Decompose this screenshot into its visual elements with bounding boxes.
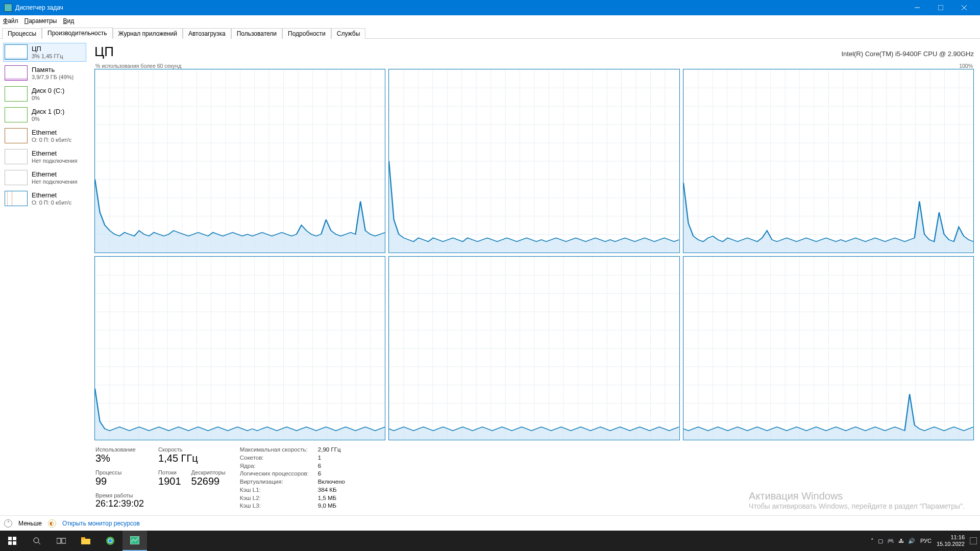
svg-rect-11 <box>62 538 66 543</box>
open-resource-monitor-link[interactable]: Открыть монитор ресурсов <box>62 520 140 527</box>
svg-rect-10 <box>57 538 61 543</box>
taskbar[interactable]: ˄ ▢ 🎮 🖧 🔊 РУС 11:16 15.10.2022 <box>0 531 980 551</box>
sidebar-item-7[interactable]: EthernetО: 0 П: 0 кбит/с <box>3 189 86 208</box>
tray-icons[interactable]: ˄ ▢ 🎮 🖧 🔊 <box>871 538 915 544</box>
sidebar-thumb <box>5 149 28 164</box>
detail-value: 6 <box>318 470 345 477</box>
start-button[interactable] <box>0 531 24 551</box>
speed-label: Скорость <box>158 446 226 453</box>
search-button[interactable] <box>24 531 49 551</box>
cpu-chart-0 <box>94 69 385 253</box>
svg-rect-12 <box>81 539 90 544</box>
sidebar-item-5[interactable]: EthernetНет подключения <box>3 147 86 166</box>
detail-key: Ядра: <box>240 463 309 469</box>
uptime-label: Время работы <box>95 492 144 498</box>
svg-rect-7 <box>13 541 16 545</box>
maximize-button[interactable] <box>929 0 952 15</box>
cpu-model: Intel(R) Core(TM) i5-9400F CPU @ 2.90GHz <box>841 50 974 58</box>
close-button[interactable] <box>952 0 976 15</box>
resmon-icon[interactable]: ◐ <box>48 519 56 528</box>
minimize-button[interactable] <box>905 0 929 15</box>
tray-language[interactable]: РУС <box>920 538 932 544</box>
cpu-chart-5 <box>683 256 974 440</box>
detail-key: Максимальная скорость: <box>240 446 309 453</box>
cpu-chart-2 <box>683 69 974 253</box>
detail-key: Кэш L1: <box>240 487 309 493</box>
tab-3[interactable]: Автозагрузка <box>183 28 231 39</box>
sidebar-item-title: Память <box>32 66 74 74</box>
titlebar[interactable]: Диспетчер задач <box>0 0 980 15</box>
sidebar-thumb <box>5 191 28 206</box>
sidebar-item-sub: 3,9/7,9 ГБ (49%) <box>32 74 74 81</box>
detail-value: 1 <box>318 455 345 461</box>
chart-axis-label: % использования более 60 секунд <box>95 63 181 69</box>
cpu-chart-4 <box>388 256 679 440</box>
handles-label: Дескрипторы <box>191 469 226 475</box>
sidebar: ЦП3% 1,45 ГГцПамять3,9/7,9 ГБ (49%)Диск … <box>0 39 89 515</box>
tray-discord-icon[interactable]: 🎮 <box>887 538 894 544</box>
tab-5[interactable]: Подробности <box>282 28 331 39</box>
menu-view[interactable]: Вид <box>63 17 74 24</box>
taskbar-explorer[interactable] <box>74 531 98 551</box>
sidebar-thumb <box>5 65 28 81</box>
svg-rect-5 <box>13 537 16 540</box>
menubar: Файл Параметры Вид <box>0 15 980 27</box>
detail-value: 6 <box>318 463 345 469</box>
activation-watermark: Активация Windows Чтобы активировать Win… <box>749 490 965 510</box>
tab-0[interactable]: Процессы <box>2 28 42 39</box>
tray-volume-icon[interactable]: 🔊 <box>908 538 915 544</box>
sidebar-item-2[interactable]: Диск 0 (C:)0% <box>3 85 86 104</box>
sidebar-item-title: Ethernet <box>32 149 77 158</box>
cpu-details-table: Максимальная скорость:2,90 ГГцСокетов:1Я… <box>240 446 345 509</box>
tray-chevron-icon[interactable]: ˄ <box>871 538 874 544</box>
detail-key: Кэш L3: <box>240 503 309 509</box>
sidebar-item-1[interactable]: Память3,9/7,9 ГБ (49%) <box>3 64 86 83</box>
usage-value: 3% <box>95 453 144 464</box>
sidebar-item-sub: Нет подключения <box>32 179 77 186</box>
sidebar-item-4[interactable]: EthernetО: 0 П: 0 кбит/с <box>3 127 86 145</box>
sidebar-thumb <box>5 170 28 185</box>
svg-rect-4 <box>8 537 12 540</box>
sidebar-item-title: Диск 0 (C:) <box>32 87 64 95</box>
taskbar-taskmgr[interactable] <box>122 531 147 551</box>
taskbar-chrome[interactable] <box>98 531 122 551</box>
tab-4[interactable]: Пользователи <box>231 28 282 39</box>
cpu-chart-1 <box>388 69 679 253</box>
fewer-details-icon[interactable]: ˄ <box>4 519 12 528</box>
sidebar-item-sub: 3% 1,45 ГГц <box>32 53 63 60</box>
sidebar-item-3[interactable]: Диск 1 (D:)0% <box>3 106 86 124</box>
sidebar-item-title: ЦП <box>32 45 63 53</box>
svg-rect-17 <box>130 536 139 544</box>
sidebar-item-6[interactable]: EthernetНет подключения <box>3 168 86 187</box>
tab-6[interactable]: Службы <box>331 28 365 39</box>
detail-key: Сокетов: <box>240 455 309 461</box>
action-center-icon[interactable] <box>970 537 977 544</box>
svg-rect-13 <box>81 537 85 539</box>
tab-2[interactable]: Журнал приложений <box>113 28 183 39</box>
sidebar-item-sub: О: 0 П: 0 кбит/с <box>32 137 71 144</box>
task-view-button[interactable] <box>49 531 74 551</box>
detail-value: 384 КБ <box>318 487 345 493</box>
menu-file[interactable]: Файл <box>3 17 18 24</box>
fewer-details-button[interactable]: Меньше <box>18 520 42 527</box>
cpu-charts-grid <box>94 69 974 440</box>
sidebar-thumb <box>5 86 28 102</box>
threads-label: Потоки <box>158 469 181 475</box>
svg-point-8 <box>34 538 39 543</box>
app-icon <box>4 4 12 12</box>
speed-value: 1,45 ГГц <box>158 453 226 464</box>
sidebar-item-sub: 0% <box>32 116 64 123</box>
tab-1[interactable]: Производительность <box>42 28 112 39</box>
menu-options[interactable]: Параметры <box>24 17 57 24</box>
tray-app-icon[interactable]: ▢ <box>878 538 883 544</box>
sidebar-item-0[interactable]: ЦП3% 1,45 ГГц <box>3 43 86 62</box>
detail-value: 2,90 ГГц <box>318 446 345 453</box>
sidebar-item-title: Ethernet <box>32 129 71 137</box>
sidebar-item-title: Ethernet <box>32 170 77 179</box>
tray-network-icon[interactable]: 🖧 <box>898 538 904 544</box>
tray-clock[interactable]: 11:16 15.10.2022 <box>937 534 965 547</box>
footer-bar: ˄ Меньше ◐ Открыть монитор ресурсов <box>0 515 980 531</box>
cpu-chart-3 <box>94 256 385 440</box>
sidebar-thumb <box>5 107 28 122</box>
threads-value: 1901 <box>158 475 181 487</box>
